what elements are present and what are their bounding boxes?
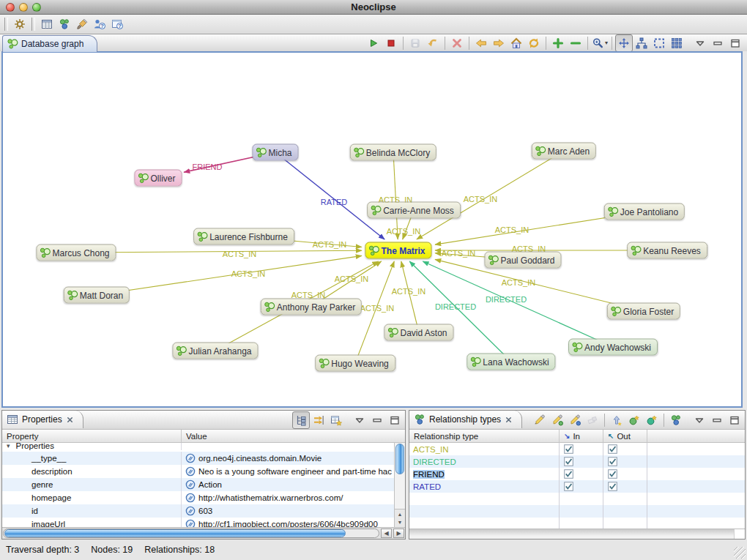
new-property-button[interactable] <box>327 411 345 429</box>
run-button[interactable] <box>365 34 382 52</box>
graph-node-matrix[interactable]: The Matrix <box>365 242 431 259</box>
tab-database-graph[interactable]: Database graph <box>2 35 97 52</box>
checkbox-checked[interactable] <box>564 444 573 454</box>
add-outgoing-node-button[interactable] <box>625 411 643 429</box>
close-icon[interactable] <box>505 416 513 424</box>
highlight-relationships-button[interactable] <box>531 411 549 429</box>
revert-button[interactable] <box>424 34 442 52</box>
minimize-view-button[interactable] <box>708 411 726 429</box>
grid-layout-button[interactable] <box>668 34 685 52</box>
graph-node-carrie[interactable]: Carrie-Anne Moss <box>367 202 461 219</box>
zoom-out-button[interactable] <box>567 34 584 52</box>
delete-button[interactable] <box>448 34 466 52</box>
toolbar-drag-handle[interactable] <box>31 18 35 31</box>
graph-node-paul[interactable]: Paul Goddard <box>484 252 561 269</box>
view-menu-button[interactable] <box>691 34 709 52</box>
graph-node-micha[interactable]: Micha <box>252 144 298 161</box>
property-row-id[interactable]: id603 <box>2 504 405 518</box>
properties-view-button[interactable] <box>38 15 56 33</box>
scroll-left-button[interactable]: ◀ <box>381 529 392 538</box>
tree-mode-button[interactable] <box>292 411 310 429</box>
stop-button[interactable] <box>382 34 400 52</box>
filter-columns-button[interactable] <box>310 411 327 429</box>
property-row-description[interactable]: descriptionNeo is a young software engin… <box>2 465 405 478</box>
refresh-button[interactable] <box>525 34 543 52</box>
graph-node-gloria[interactable]: Gloria Foster <box>607 303 680 320</box>
graph-node-anthony[interactable]: Anthony Ray Parker <box>261 299 362 316</box>
marquee-select-button[interactable] <box>650 34 668 52</box>
graph-node-marcaden[interactable]: Marc Aden <box>532 143 596 160</box>
relationship-row-RATED[interactable]: RATED <box>409 480 745 493</box>
highlight-start-nodes-button[interactable] <box>549 411 566 429</box>
graph-node-belinda[interactable]: Belinda McClory <box>350 144 436 161</box>
zoom-button[interactable]: ▾ <box>591 34 609 52</box>
dropdown-caret-icon[interactable]: ▾ <box>605 40 608 46</box>
maximize-view-button[interactable] <box>386 411 404 429</box>
checkbox-checked[interactable] <box>564 482 573 491</box>
pan-mode-button[interactable] <box>615 34 633 52</box>
checkbox-checked[interactable] <box>608 457 617 466</box>
graph-node-david[interactable]: David Aston <box>384 324 453 341</box>
checkbox-checked[interactable] <box>608 444 617 454</box>
property-row-genre[interactable]: genreAction <box>2 478 405 491</box>
node-icon <box>607 206 619 217</box>
tab-relationship-types[interactable]: Relationship types <box>409 411 522 428</box>
minimize-view-button[interactable] <box>709 34 726 52</box>
checkbox-checked[interactable] <box>564 469 573 479</box>
help-button[interactable]: ? <box>91 15 108 33</box>
highlight-end-nodes-button[interactable] <box>566 411 584 429</box>
relationship-row-FRIEND[interactable]: FRIEND <box>409 468 745 480</box>
checkbox-checked[interactable] <box>608 469 617 479</box>
dynamic-help-button[interactable]: ? <box>108 15 126 33</box>
resize-grip[interactable] <box>734 547 746 559</box>
view-menu-button[interactable] <box>351 411 368 429</box>
property-row-__type__[interactable]: __type__org.neo4j.cineasts.domain.Movie <box>2 452 405 465</box>
graph-node-hugo[interactable]: Hugo Weaving <box>315 355 395 372</box>
add-bidirectional-node-button[interactable] <box>643 411 661 429</box>
zoom-in-button[interactable] <box>549 34 567 52</box>
maximize-view-button[interactable] <box>726 34 744 52</box>
graph-node-julian[interactable]: Julian Arahanga <box>172 343 258 359</box>
graph-node-andy[interactable]: Andy Wachowski <box>568 339 658 356</box>
new-relationship-type-button[interactable] <box>667 411 685 429</box>
hscroll-thumb[interactable] <box>4 529 346 537</box>
property-row-homepage[interactable]: homepagehttp://whatisthematrix.warnerbro… <box>2 491 405 504</box>
graph-node-matt[interactable]: Matt Doran <box>64 287 130 304</box>
expand-triangle-icon[interactable]: ▾ <box>7 443 10 449</box>
property-row-imageUrl[interactable]: imageUrlhttp://cf1.imgobject.com/posters… <box>2 518 405 527</box>
toolbar-drag-handle[interactable] <box>4 18 8 31</box>
add-incoming-button[interactable] <box>608 411 625 429</box>
graph-node-olliver[interactable]: Olliver <box>134 170 182 187</box>
decorate-button[interactable] <box>73 15 91 33</box>
home-button[interactable] <box>508 34 525 52</box>
forward-button[interactable] <box>490 34 508 52</box>
checkbox-checked[interactable] <box>564 457 573 466</box>
graph-node-joe[interactable]: Joe Pantoliano <box>604 204 685 220</box>
back-button[interactable] <box>472 34 490 52</box>
minimize-view-button[interactable] <box>368 411 386 429</box>
relationship-types-view-button[interactable] <box>56 15 73 33</box>
graph-node-laurence[interactable]: Laurence Fishburne <box>193 228 294 245</box>
vscroll-arrows[interactable]: ▲▼ <box>395 509 405 527</box>
chevron-icon <box>694 414 705 426</box>
node-icon <box>353 146 365 158</box>
view-menu-button[interactable] <box>691 411 708 429</box>
relationship-row-DIRECTED[interactable]: DIRECTED <box>409 455 745 468</box>
property-value-icon <box>185 519 196 527</box>
preferences-button[interactable] <box>11 15 29 33</box>
scroll-right-button[interactable]: ▶ <box>393 529 404 538</box>
relationship-row-ACTS_IN[interactable]: ACTS_IN <box>409 443 745 455</box>
node-label: Belinda McClory <box>366 147 430 157</box>
graph-node-lana[interactable]: Lana Wachowski <box>467 354 555 370</box>
maximize-view-button[interactable] <box>726 411 743 429</box>
graph-node-marcus[interactable]: Marcus Chong <box>36 244 116 261</box>
node-label: David Aston <box>400 327 447 337</box>
tab-properties[interactable]: Properties <box>2 411 83 428</box>
graph-node-keanu[interactable]: Keanu Reeves <box>627 242 707 259</box>
graph-canvas[interactable]: FRIENDRATEDACTS_INACTS_INACTS_INACTS_INA… <box>1 51 743 408</box>
tree-layout-button[interactable] <box>633 34 650 52</box>
vscroll-thumb[interactable] <box>395 444 404 474</box>
close-icon[interactable] <box>66 416 74 424</box>
properties-root-row[interactable]: ▾Properties <box>2 443 405 452</box>
checkbox-checked[interactable] <box>608 482 617 491</box>
